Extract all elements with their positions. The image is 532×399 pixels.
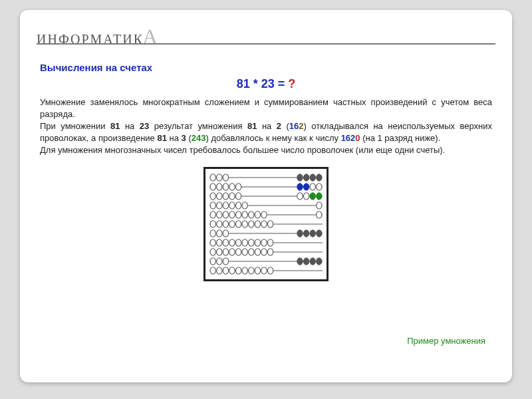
svg-point-78: [210, 248, 215, 255]
t: результат умножения: [149, 121, 247, 131]
n162z: 2: [299, 121, 303, 131]
svg-point-93: [310, 257, 315, 264]
abacus-row: [209, 192, 323, 201]
abacus-row: [209, 219, 323, 229]
svg-point-46: [317, 211, 322, 217]
abacus-figure: [40, 167, 492, 284]
abacus-row: [209, 182, 323, 192]
svg-point-67: [210, 239, 215, 245]
svg-point-80: [223, 248, 228, 255]
svg-point-45: [261, 211, 267, 217]
equation-rhs: ?: [288, 77, 295, 90]
svg-point-3: [223, 174, 228, 180]
svg-point-52: [235, 220, 241, 227]
abacus-row: [209, 238, 323, 247]
svg-point-81: [229, 248, 235, 255]
svg-point-95: [297, 257, 303, 264]
svg-point-34: [242, 201, 247, 208]
svg-point-54: [249, 220, 254, 227]
section-title: Вычисления на счетах: [40, 62, 492, 73]
svg-point-48: [210, 220, 215, 227]
svg-point-22: [229, 192, 235, 199]
svg-point-16: [303, 183, 309, 190]
svg-point-72: [242, 239, 247, 245]
svg-point-1: [210, 174, 215, 180]
svg-point-35: [317, 201, 322, 208]
svg-point-21: [223, 192, 228, 199]
abacus-row: [209, 247, 323, 257]
svg-point-14: [317, 183, 322, 190]
t: (: [281, 121, 289, 131]
svg-point-51: [229, 220, 235, 227]
svg-point-42: [242, 211, 247, 217]
p1: Умножение заменялось многократным сложен…: [40, 97, 492, 119]
svg-point-4: [317, 174, 322, 180]
svg-point-10: [217, 183, 222, 190]
svg-point-39: [223, 211, 228, 217]
n162: 162: [341, 133, 356, 143]
svg-point-84: [249, 248, 254, 255]
svg-point-38: [217, 211, 222, 217]
svg-point-79: [217, 248, 222, 255]
svg-point-50: [223, 220, 228, 227]
svg-point-92: [317, 257, 322, 264]
svg-point-44: [255, 211, 260, 217]
body-text: Умножение заменялось многократным сложен…: [40, 96, 492, 156]
brand-logo: ИНФОРМАТИКА: [37, 25, 158, 49]
t: на: [120, 121, 139, 131]
svg-point-24: [317, 192, 322, 199]
svg-point-33: [235, 201, 241, 208]
svg-point-60: [217, 229, 222, 236]
svg-point-89: [210, 257, 215, 264]
svg-point-100: [229, 267, 235, 273]
svg-point-104: [255, 267, 260, 273]
svg-point-87: [267, 248, 273, 255]
svg-point-69: [223, 239, 228, 245]
n2: 2: [277, 121, 281, 131]
divider: [37, 43, 495, 45]
svg-point-98: [217, 267, 222, 273]
t: (: [186, 133, 192, 143]
svg-point-83: [242, 248, 247, 255]
svg-point-76: [267, 239, 273, 245]
svg-point-94: [303, 257, 309, 264]
svg-point-68: [217, 239, 222, 245]
n81c: 81: [157, 133, 166, 143]
svg-point-106: [267, 267, 273, 273]
svg-point-61: [223, 229, 228, 236]
abacus-row: [209, 210, 323, 219]
svg-point-85: [255, 248, 260, 255]
svg-point-7: [297, 174, 303, 180]
svg-point-99: [223, 267, 228, 273]
svg-point-15: [310, 183, 315, 190]
svg-point-25: [310, 192, 315, 199]
brand-suffix: А: [142, 25, 158, 49]
n81: 81: [110, 121, 120, 131]
abacus-row: [209, 173, 323, 182]
svg-point-91: [223, 257, 228, 264]
svg-point-101: [235, 267, 241, 273]
abacus: [203, 167, 329, 281]
svg-point-11: [223, 183, 228, 190]
svg-point-102: [242, 267, 247, 273]
svg-point-12: [229, 183, 235, 190]
svg-point-19: [210, 192, 215, 199]
svg-point-57: [267, 220, 273, 227]
svg-point-55: [255, 220, 260, 227]
svg-point-17: [297, 183, 303, 190]
svg-point-32: [229, 201, 235, 208]
svg-point-49: [217, 220, 222, 227]
svg-point-103: [249, 267, 254, 273]
equation: 81 * 23 = ?: [40, 77, 492, 91]
svg-point-105: [261, 267, 267, 273]
content: Вычисления на счетах 81 * 23 = ? Умножен…: [40, 62, 492, 284]
svg-point-71: [235, 239, 241, 245]
svg-point-65: [297, 229, 303, 236]
abacus-row: [209, 266, 323, 275]
svg-point-82: [235, 248, 241, 255]
t: на: [257, 121, 276, 131]
svg-point-53: [242, 220, 247, 227]
svg-point-29: [210, 201, 215, 208]
svg-point-97: [210, 267, 215, 273]
n16: 16: [289, 121, 299, 131]
